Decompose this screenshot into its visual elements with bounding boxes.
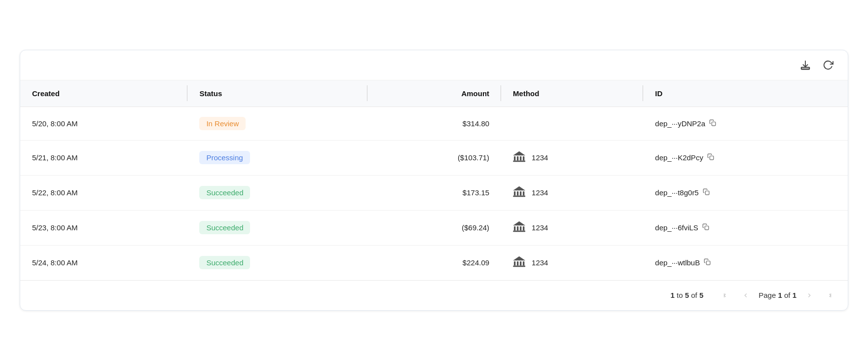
header-amount: Amount <box>367 80 501 107</box>
id-text: dep_···K2dPcy <box>655 153 703 162</box>
main-card: Created Status Amount Method ID 5/20, 8:… <box>20 50 848 311</box>
bank-icon <box>513 150 527 165</box>
svg-rect-7 <box>513 160 525 162</box>
table-header-row: Created Status Amount Method ID <box>20 80 848 107</box>
cell-created: 5/22, 8:00 AM <box>20 175 187 210</box>
header-id: ID <box>643 80 848 107</box>
table-row: 5/22, 8:00 AMSucceeded$173.15 1234dep_··… <box>20 175 848 210</box>
bank-icon <box>513 220 527 235</box>
header-method: Method <box>501 80 643 107</box>
status-badge: Succeeded <box>199 256 250 269</box>
status-badge: Processing <box>199 151 250 164</box>
cell-id: dep_···wtlbuB <box>643 245 848 280</box>
svg-rect-27 <box>523 261 524 266</box>
cell-created: 5/20, 8:00 AM <box>20 107 187 140</box>
cell-method: 1234 <box>501 245 643 280</box>
svg-rect-5 <box>520 156 521 161</box>
refresh-button[interactable] <box>820 57 836 73</box>
bank-icon <box>513 185 527 200</box>
cell-amount: $224.09 <box>367 245 501 280</box>
svg-rect-19 <box>520 226 521 231</box>
table-footer: 1 to 5 of 5 Page 1 of 1 <box>20 280 848 310</box>
cell-status: Succeeded <box>187 210 367 245</box>
svg-rect-20 <box>523 226 524 231</box>
header-status: Status <box>187 80 367 107</box>
cell-id: dep_···K2dPcy <box>643 140 848 175</box>
next-page-button[interactable] <box>802 288 816 302</box>
cell-method <box>501 107 643 140</box>
copy-id-button[interactable] <box>703 188 710 197</box>
svg-rect-11 <box>517 191 518 196</box>
svg-marker-15 <box>513 186 525 190</box>
svg-rect-4 <box>517 156 518 161</box>
svg-rect-28 <box>513 265 525 267</box>
cell-status: In Review <box>187 107 367 140</box>
cell-id: dep_···6fviLS <box>643 210 848 245</box>
cell-amount: $173.15 <box>367 175 501 210</box>
svg-marker-22 <box>513 221 525 225</box>
svg-rect-26 <box>520 261 521 266</box>
svg-rect-13 <box>523 191 524 196</box>
cell-id: dep_···yDNP2a <box>643 107 848 140</box>
svg-rect-9 <box>710 156 714 160</box>
svg-rect-12 <box>520 191 521 196</box>
svg-rect-3 <box>514 156 515 161</box>
range-end: 5 <box>685 291 689 299</box>
svg-rect-2 <box>712 122 716 126</box>
svg-rect-14 <box>513 195 525 197</box>
svg-marker-8 <box>513 151 525 155</box>
id-text: dep_···wtlbuB <box>655 258 700 267</box>
first-page-button[interactable] <box>719 288 733 302</box>
cell-method: 1234 <box>501 175 643 210</box>
svg-rect-21 <box>513 230 525 232</box>
copy-id-button[interactable] <box>707 153 714 162</box>
cell-status: Succeeded <box>187 245 367 280</box>
method-number: 1234 <box>532 258 548 267</box>
method-number: 1234 <box>532 153 548 162</box>
cell-amount: ($103.71) <box>367 140 501 175</box>
table-row: 5/20, 8:00 AMIn Review$314.80dep_···yDNP… <box>20 107 848 140</box>
table-row: 5/24, 8:00 AMSucceeded$224.09 1234dep_··… <box>20 245 848 280</box>
cell-amount: ($69.24) <box>367 210 501 245</box>
toolbar <box>20 50 848 80</box>
table-row: 5/21, 8:00 AMProcessing($103.71) 1234dep… <box>20 140 848 175</box>
cell-method: 1234 <box>501 210 643 245</box>
copy-id-button[interactable] <box>702 223 709 232</box>
svg-rect-24 <box>514 261 515 266</box>
method-number: 1234 <box>532 188 548 197</box>
id-text: dep_···t8g0r5 <box>655 188 698 197</box>
cell-amount: $314.80 <box>367 107 501 140</box>
cell-created: 5/24, 8:00 AM <box>20 245 187 280</box>
status-badge: Succeeded <box>199 186 250 199</box>
current-page: 1 <box>778 291 782 299</box>
to-label: to <box>677 291 685 299</box>
range-start: 1 <box>671 291 675 299</box>
pagination-info: 1 to 5 of 5 <box>671 291 704 299</box>
svg-rect-16 <box>705 191 709 195</box>
method-number: 1234 <box>532 223 548 232</box>
svg-rect-23 <box>705 226 709 230</box>
svg-rect-17 <box>514 226 515 231</box>
copy-id-button[interactable] <box>709 119 716 128</box>
prev-page-button[interactable] <box>739 288 753 302</box>
status-badge: Succeeded <box>199 221 250 234</box>
last-page-button[interactable] <box>822 288 836 302</box>
total-pages: 1 <box>793 291 796 299</box>
bank-icon <box>513 255 527 270</box>
cell-status: Processing <box>187 140 367 175</box>
svg-rect-10 <box>514 191 515 196</box>
id-text: dep_···yDNP2a <box>655 119 705 128</box>
svg-marker-29 <box>513 256 525 260</box>
of-total-label: of <box>691 291 699 299</box>
status-badge: In Review <box>199 117 246 130</box>
cell-created: 5/21, 8:00 AM <box>20 140 187 175</box>
cell-status: Succeeded <box>187 175 367 210</box>
page-label: Page 1 of 1 <box>759 291 796 299</box>
cell-created: 5/23, 8:00 AM <box>20 210 187 245</box>
total-count: 5 <box>699 291 703 299</box>
copy-id-button[interactable] <box>704 258 711 267</box>
download-button[interactable] <box>797 57 813 73</box>
cell-method: 1234 <box>501 140 643 175</box>
svg-rect-18 <box>517 226 518 231</box>
table-row: 5/23, 8:00 AMSucceeded($69.24) 1234dep_·… <box>20 210 848 245</box>
